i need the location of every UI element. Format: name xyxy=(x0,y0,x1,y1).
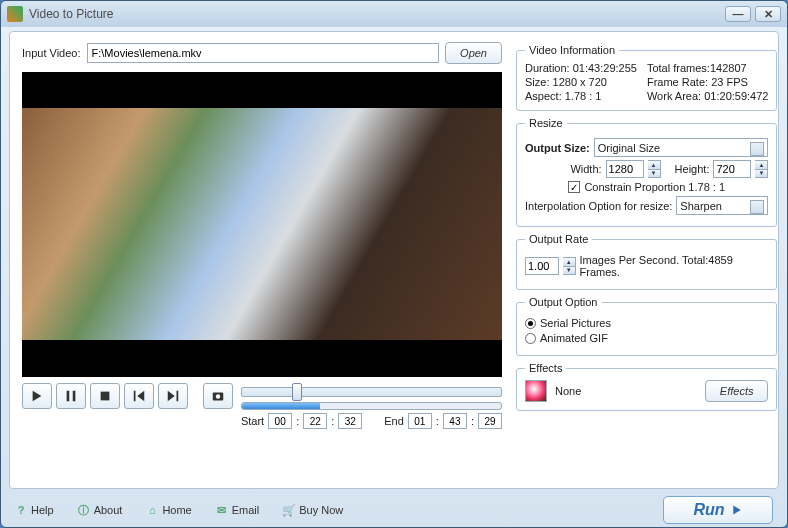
end-mm[interactable] xyxy=(443,413,467,429)
totalframes-value: 142807 xyxy=(710,62,747,74)
effects-group: Effects None Effects xyxy=(516,362,777,411)
window-title: Video to Picture xyxy=(29,7,721,21)
resize-group: Resize Output Size: Original Size Width:… xyxy=(516,117,777,227)
gif-label: Animated GIF xyxy=(540,332,608,344)
close-button[interactable]: ✕ xyxy=(755,6,781,22)
seek-slider[interactable] xyxy=(241,387,502,397)
titlebar[interactable]: Video to Picture — ✕ xyxy=(1,1,787,27)
minimize-button[interactable]: — xyxy=(725,6,751,22)
seek-thumb[interactable] xyxy=(292,383,302,401)
constrain-checkbox[interactable]: ✓ xyxy=(568,181,580,193)
resize-legend: Resize xyxy=(525,117,567,129)
interp-label: Interpolation Option for resize: xyxy=(525,200,672,212)
input-video-field[interactable] xyxy=(87,43,440,63)
size-value: 1280 x 720 xyxy=(553,76,607,88)
width-spinner[interactable]: ▲▼ xyxy=(648,160,661,178)
video-info-legend: Video Information xyxy=(525,44,619,56)
work-range-bar[interactable] xyxy=(241,402,502,410)
app-icon xyxy=(7,6,23,22)
output-option-group: Output Option Serial Pictures Animated G… xyxy=(516,296,777,356)
outputsize-select[interactable]: Original Size xyxy=(594,138,769,157)
run-button[interactable]: Run xyxy=(663,496,773,524)
aspect-value: 1.78 : 1 xyxy=(565,90,602,102)
end-label: End xyxy=(384,415,404,427)
next-button[interactable] xyxy=(158,383,188,409)
end-ss[interactable] xyxy=(478,413,502,429)
buy-link[interactable]: 🛒Buy Now xyxy=(283,504,343,516)
interp-select[interactable]: Sharpen xyxy=(676,196,768,215)
rate-spinner[interactable]: ▲▼ xyxy=(563,257,576,275)
workarea-value: 01:20:59:472 xyxy=(704,90,768,102)
home-icon: ⌂ xyxy=(146,504,158,516)
help-link[interactable]: ?Help xyxy=(15,504,54,516)
effects-legend: Effects xyxy=(525,362,566,374)
end-hh[interactable] xyxy=(408,413,432,429)
email-icon: ✉ xyxy=(216,504,228,516)
video-info-group: Video Information Duration: 01:43:29:255… xyxy=(516,44,777,111)
left-panel: Input Video: Open xyxy=(22,42,502,478)
output-option-legend: Output Option xyxy=(525,296,602,308)
prev-button[interactable] xyxy=(124,383,154,409)
rate-input[interactable] xyxy=(525,257,559,275)
email-link[interactable]: ✉Email xyxy=(216,504,260,516)
serial-radio[interactable] xyxy=(525,318,536,329)
duration-value: 01:43:29:255 xyxy=(573,62,637,74)
pause-button[interactable] xyxy=(56,383,86,409)
video-preview[interactable] xyxy=(22,72,502,377)
open-button[interactable]: Open xyxy=(445,42,502,64)
play-button[interactable] xyxy=(22,383,52,409)
width-label: Width: xyxy=(570,163,601,175)
app-window: Video to Picture — ✕ Input Video: Open xyxy=(0,0,788,528)
width-input[interactable] xyxy=(606,160,644,178)
cart-icon: 🛒 xyxy=(283,504,295,516)
help-icon: ? xyxy=(15,504,27,516)
height-input[interactable] xyxy=(713,160,751,178)
svg-rect-0 xyxy=(101,392,110,401)
constrain-label: Constrain Proportion 1.78 : 1 xyxy=(584,181,725,193)
start-mm[interactable] xyxy=(303,413,327,429)
footer: ?Help ⓘAbout ⌂Home ✉Email 🛒Buy Now Run xyxy=(1,493,787,527)
content-area: Input Video: Open xyxy=(9,31,779,489)
framerate-value: 23 FPS xyxy=(711,76,748,88)
start-hh[interactable] xyxy=(268,413,292,429)
effects-button[interactable]: Effects xyxy=(705,380,769,402)
video-frame-placeholder xyxy=(22,108,502,340)
effect-thumbnail xyxy=(525,380,547,402)
serial-label: Serial Pictures xyxy=(540,317,611,329)
about-icon: ⓘ xyxy=(78,504,90,516)
outputsize-label: Output Size: xyxy=(525,142,590,154)
effect-value: None xyxy=(555,385,697,397)
about-link[interactable]: ⓘAbout xyxy=(78,504,123,516)
work-range-fill xyxy=(242,403,320,409)
height-spinner[interactable]: ▲▼ xyxy=(755,160,768,178)
right-panel: Video Information Duration: 01:43:29:255… xyxy=(516,42,777,478)
gif-radio[interactable] xyxy=(525,333,536,344)
svg-point-2 xyxy=(216,394,220,398)
output-rate-legend: Output Rate xyxy=(525,233,592,245)
snapshot-button[interactable] xyxy=(203,383,233,409)
height-label: Height: xyxy=(675,163,710,175)
output-rate-group: Output Rate ▲▼ Images Per Second. Total:… xyxy=(516,233,777,290)
home-link[interactable]: ⌂Home xyxy=(146,504,191,516)
start-ss[interactable] xyxy=(338,413,362,429)
rate-text: Images Per Second. Total:4859 Frames. xyxy=(580,254,769,278)
stop-button[interactable] xyxy=(90,383,120,409)
start-label: Start xyxy=(241,415,264,427)
input-video-label: Input Video: xyxy=(22,47,81,59)
